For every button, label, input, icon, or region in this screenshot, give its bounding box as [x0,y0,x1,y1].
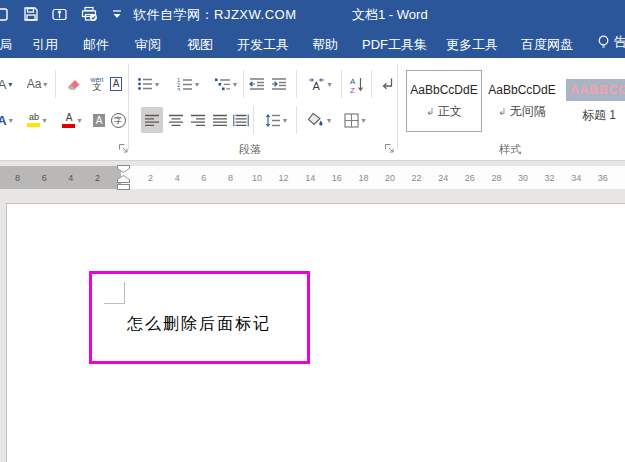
asian-layout-letter: A [313,80,321,92]
ruler-number: 16 [332,173,342,183]
change-case-button[interactable]: Aa▾ [20,72,54,96]
paragraph-dialog-launcher[interactable] [384,143,396,155]
justify-button[interactable] [210,107,230,133]
ruler-number: 6 [42,173,47,183]
numbering-button[interactable]: 123 ▾ [172,72,204,96]
line-spacing-button[interactable]: ▾ [260,106,292,134]
divider [296,106,297,134]
shading-button[interactable]: ▾ [302,106,336,134]
ribbon-tab[interactable]: 审阅 [135,36,161,54]
paragraph-text[interactable]: 怎么删除后面标记 [127,314,271,335]
ruler-number: 20 [385,173,395,183]
touch-mode-icon[interactable] [50,5,68,23]
hanging-indent-marker[interactable] [117,175,130,183]
align-right-button[interactable] [188,107,208,133]
group-divider [397,64,398,150]
pilcrow-mark: ↲ [498,106,506,117]
phonetic-guide-button[interactable]: wén文 [86,70,108,98]
divider [55,70,56,98]
highlight-color-button[interactable]: ab▾ [20,106,54,134]
clipped-icon[interactable] [0,5,10,23]
increase-indent-button[interactable] [269,72,289,96]
ruler-number: 30 [518,173,528,183]
character-border-button[interactable]: A [106,72,126,96]
multilevel-list-button[interactable]: ▾ [210,72,242,96]
distribute-button[interactable] [230,107,252,133]
style-card-heading1[interactable]: AABBCC 标题 1 [560,70,625,132]
shrink-font-button[interactable]: A▾ [0,72,16,96]
ruler-band: 864224681012141618202224262830323436 [0,166,625,189]
style-label: 无间隔 [510,104,546,118]
ribbon-tab[interactable]: 百度网盘 [521,36,573,54]
sort-z: Z [350,85,355,93]
styles-group-label: 样式 [420,142,600,157]
word-window: 软件自学网：RJZXW.COM 文档1 - Word 告 局引用邮件审阅视图开发… [0,0,625,462]
divider [341,70,342,98]
borders-button[interactable]: ▾ [338,106,372,134]
ribbon-tab[interactable]: 引用 [32,36,58,54]
customize-qat-icon[interactable] [108,5,126,23]
text-effects-button[interactable]: A▾ [0,108,16,132]
bullets-button[interactable]: ▾ [133,72,163,96]
style-preview: AaBbCcDdE [488,83,555,97]
ribbon-tabs-row: 告 局引用邮件审阅视图开发工具帮助PDF工具集更多工具百度网盘 [0,28,625,58]
ruler-number: 8 [228,173,233,183]
font-dialog-launcher[interactable] [118,143,130,155]
left-indent-marker[interactable] [117,184,130,190]
ribbon-tab[interactable]: 帮助 [312,36,338,54]
print-preview-icon[interactable] [80,5,98,23]
ribbon-tab[interactable]: PDF工具集 [362,36,427,54]
asian-layout-button[interactable]: A ▾ [303,72,337,96]
divider [371,70,372,98]
style-label: 标题 1 [582,108,616,122]
paragraph-group-label: 段落 [140,142,360,157]
ruler-number: 12 [279,173,289,183]
ruler-number: 26 [465,173,475,183]
ruler-number: 6 [201,173,206,183]
character-shading-button[interactable]: A [90,108,108,132]
ruler-number: 36 [598,173,608,183]
style-label: 正文 [438,104,462,118]
ruler-number: 18 [358,173,368,183]
first-line-indent-marker[interactable] [117,165,130,173]
ribbon: A▾ Aa▾ wén文 A ▾ 123 ▾ [0,58,625,161]
divider [296,70,297,98]
svg-text:3: 3 [177,87,180,92]
ribbon-tab[interactable]: 局 [0,36,12,54]
enclose-characters-button[interactable]: 字 [108,108,128,132]
ruler-number: 14 [305,173,315,183]
ribbon-tab[interactable]: 开发工具 [237,36,289,54]
ruler-number: 4 [175,173,180,183]
title-bar: 软件自学网：RJZXW.COM 文档1 - Word [0,0,625,28]
ruler-number: 22 [412,173,422,183]
style-preview: AaBbCcDdE [410,83,477,97]
show-marks-button[interactable] [377,72,397,96]
ribbon-tab[interactable]: 视图 [187,36,213,54]
ribbon-tab[interactable]: 邮件 [83,36,109,54]
group-divider [128,64,129,150]
horizontal-ruler[interactable]: 864224681012141618202224262830323436 [0,162,625,196]
font-color-button[interactable]: A▾ [56,106,88,134]
style-card-normal[interactable]: AaBbCcDdE ↲ 正文 [406,70,482,132]
ruler-number: 34 [571,173,581,183]
ruler-number: 24 [438,173,448,183]
tell-me[interactable]: 告 [596,33,625,51]
style-card-no-spacing[interactable]: AaBbCcDdE ↲ 无间隔 [486,70,558,132]
lightbulb-icon [596,34,611,51]
align-center-button[interactable] [166,107,186,133]
sort-button[interactable]: A Z [346,70,368,98]
tell-me-label: 告 [614,33,625,51]
save-icon[interactable] [22,5,40,23]
ruler-number: 32 [545,173,555,183]
divider [253,106,254,134]
document-page[interactable]: 怎么删除后面标记 [6,203,625,462]
ruler-number: 2 [148,173,153,183]
ribbon-tab[interactable]: 更多工具 [446,36,498,54]
clear-formatting-icon[interactable] [62,72,84,96]
pilcrow-mark: ↲ [426,106,434,117]
decrease-indent-button[interactable] [247,72,267,96]
divider [243,70,244,98]
ruler-number: 4 [68,173,73,183]
ruler-number: 28 [491,173,501,183]
align-left-button[interactable] [141,107,163,133]
